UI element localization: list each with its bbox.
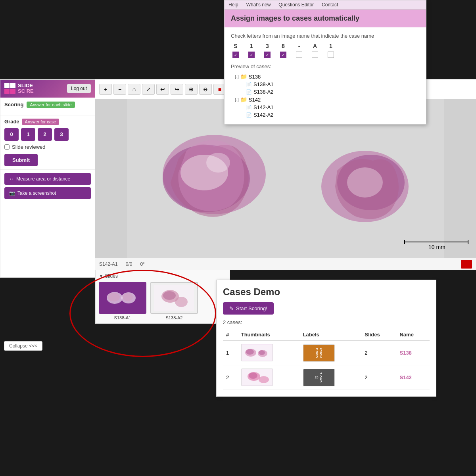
row2-name: S142 <box>396 365 430 390</box>
svg-point-28 <box>249 372 257 379</box>
dialog-title: Assign images to cases automatically <box>225 10 426 27</box>
svg-point-14 <box>108 293 120 301</box>
action-buttons: ↔ Measure area or distance 📷 Take a scre… <box>0 170 95 205</box>
slide-thumb-2[interactable]: S138-A2 <box>150 282 198 320</box>
slide-thumb-label-2: S138-A2 <box>150 315 198 320</box>
slide-id-status: S142-A1 <box>99 261 118 267</box>
tree-children-s138: 📄 S138-A1 📄 S138-A2 <box>235 81 420 96</box>
letter-8: 8 <box>278 43 288 49</box>
camera-icon: 📷 <box>9 190 15 196</box>
letter-3: 3 <box>263 43 272 49</box>
status-bar: S142-A1 0/0 0° <box>95 258 476 270</box>
logout-button[interactable]: Log out <box>67 84 91 93</box>
rotate-right-button[interactable]: ↪ <box>171 84 183 95</box>
table-row: 2 25 CMU-1 <box>223 365 430 390</box>
slides-panel-title: ▼ Slides <box>99 273 226 279</box>
logo-area: SLIDE SC RE <box>4 83 34 94</box>
letter-1: 1 <box>247 43 256 49</box>
col-labels: Labels <box>300 329 362 340</box>
grade-btn-1[interactable]: 1 <box>21 128 35 141</box>
row1-thumbnail <box>238 340 300 365</box>
cb-1[interactable] <box>231 52 240 58</box>
cb-4[interactable] <box>278 52 288 58</box>
folder-icon-s142: 📁 <box>240 96 247 103</box>
slide-thumb-img-2[interactable] <box>150 282 198 314</box>
tree-toggle-s138[interactable]: [-] <box>235 74 239 79</box>
zoom-plus-button[interactable]: ⊕ <box>185 84 198 95</box>
start-scoring-button[interactable]: ✎ Start Scoring! <box>223 302 274 315</box>
slides-grid: S138-A1 S138-A2 <box>99 282 226 320</box>
cases-title: Cases Demo <box>223 286 430 298</box>
case-link-s142[interactable]: S142 <box>399 374 411 380</box>
cases-count: 2 cases: <box>223 319 430 325</box>
row2-num: 2 <box>223 365 238 390</box>
scoring-badge: Answer for each slide <box>27 102 75 108</box>
zoom-out-button[interactable]: − <box>113 84 126 95</box>
row1-label: CMU-2 CMU-3 <box>300 340 362 365</box>
grade-row: Grade Answer for case <box>4 119 91 125</box>
slide-thumb-img-1[interactable] <box>99 282 146 314</box>
cb-2[interactable] <box>247 52 256 58</box>
scoring-row: Scoring Answer for each slide <box>4 102 91 108</box>
svg-point-29 <box>259 376 269 383</box>
case-link-s138[interactable]: S138 <box>399 350 411 356</box>
tree-item-s138-a2: 📄 S138-A2 <box>246 88 420 96</box>
cases-panel: Cases Demo ✎ Start Scoring! 2 cases: # T… <box>216 280 436 397</box>
menu-whats-new[interactable]: What's new <box>246 2 271 8</box>
grade-buttons: 0 1 2 3 <box>4 128 91 141</box>
sidebar-header: SLIDE SC RE Log out <box>0 80 95 98</box>
slide-thumb-1[interactable]: S138-A1 <box>99 282 146 320</box>
grade-btn-2[interactable]: 2 <box>38 128 52 141</box>
letter-row: S 1 3 8 - A 1 <box>231 43 420 49</box>
close-viewer-button[interactable] <box>461 260 472 269</box>
cb-3[interactable] <box>263 52 272 58</box>
menu-help[interactable]: Help <box>228 2 238 8</box>
dialog-body: Check letters from an image name that in… <box>225 27 426 124</box>
table-header-row: # Thumbnails Labels Slides Name <box>223 329 430 340</box>
tree-children-s142: 📄 S142-A1 📄 S142-A2 <box>235 104 420 119</box>
fullscreen-button[interactable]: ⤢ <box>142 84 155 95</box>
tree-view: [-] 📁 S138 📄 S138-A1 📄 S138-A2 [-] 📁 S14… <box>231 73 420 119</box>
row2-slides-count: 2 <box>361 365 396 390</box>
cb-7[interactable] <box>326 52 336 58</box>
tree-label-s138: S138 <box>249 74 261 80</box>
grade-section: Grade Answer for case 0 1 2 3 Slide revi… <box>0 115 95 170</box>
row1-num: 1 <box>223 340 238 365</box>
col-number: # <box>223 329 238 340</box>
tree-item-s138-a1: 📄 S138-A1 <box>246 81 420 88</box>
tree-toggle-s142[interactable]: [-] <box>235 97 239 102</box>
cb-6[interactable] <box>310 52 320 58</box>
checkbox-row <box>231 52 420 58</box>
menu-contact[interactable]: Contact <box>322 2 338 8</box>
zoom-in-button[interactable]: + <box>99 84 112 95</box>
tree-label-s138a1: S138-A1 <box>253 81 274 87</box>
grade-btn-3[interactable]: 3 <box>54 128 69 141</box>
preview-label: Preview of cases: <box>231 63 420 69</box>
tree-label-s138a2: S138-A2 <box>253 89 274 95</box>
letter-S: S <box>231 43 240 49</box>
measure-button[interactable]: ↔ Measure area or distance <box>4 173 91 185</box>
zoom-minus-button[interactable]: ⊖ <box>199 84 212 95</box>
thumb-mini-2 <box>241 369 273 386</box>
assign-dialog: Help What's new Questions Editor Contact… <box>224 0 426 125</box>
row1-name: S138 <box>396 340 430 365</box>
slide-reviewed-checkbox[interactable] <box>4 144 10 150</box>
menu-questions-editor[interactable]: Questions Editor <box>278 2 314 8</box>
col-thumbnails: Thumbnails <box>238 329 300 340</box>
slides-panel: ▼ Slides S138-A1 <box>95 270 230 324</box>
letter-A: A <box>310 43 320 49</box>
screenshot-button[interactable]: 📷 Take a screenshot <box>4 187 91 199</box>
submit-button[interactable]: Submit <box>4 154 38 166</box>
scoring-icon: ✎ <box>229 305 234 311</box>
cb-5[interactable] <box>294 52 304 58</box>
tree-item-s142-a2: 📄 S142-A2 <box>246 111 420 119</box>
col-slides: Slides <box>361 329 396 340</box>
letter-dash: - <box>294 43 304 49</box>
slide-reviewed-row: Slide reviewed <box>4 144 91 150</box>
collapse-button[interactable]: Collapse <<< <box>4 341 42 351</box>
home-button[interactable]: ⌂ <box>128 84 140 95</box>
rotate-left-button[interactable]: ↩ <box>156 84 169 95</box>
coords-status: 0/0 <box>126 261 132 267</box>
grade-btn-0[interactable]: 0 <box>4 128 19 141</box>
slide-thumb-label-1: S138-A1 <box>99 315 146 320</box>
